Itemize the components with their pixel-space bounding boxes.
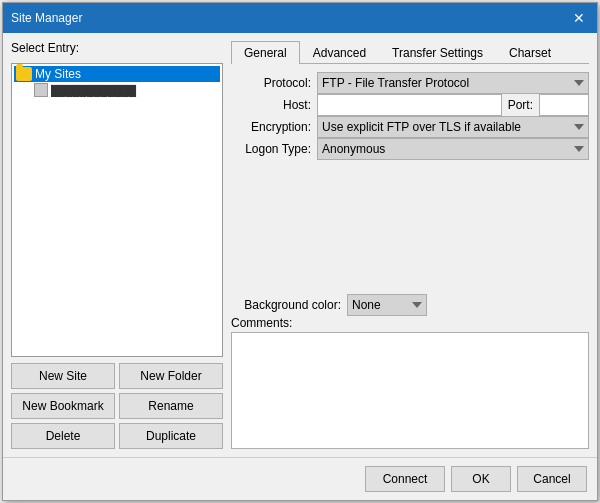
comments-label: Comments: — [231, 316, 292, 330]
dialog-title: Site Manager — [11, 11, 82, 25]
protocol-row: Protocol: FTP - File Transfer Protocol S… — [231, 72, 589, 94]
duplicate-button[interactable]: Duplicate — [119, 423, 223, 449]
left-panel: Select Entry: My Sites ████████████ N — [11, 41, 223, 449]
tree-view[interactable]: My Sites ████████████ — [11, 63, 223, 357]
tree-child-container: ████████████ — [32, 82, 220, 98]
bg-color-row: Background color: None Red Green Blue — [231, 294, 589, 316]
logon-type-label: Logon Type: — [231, 142, 311, 156]
spacer — [231, 160, 589, 294]
encryption-control: Use explicit FTP over TLS if available O… — [317, 116, 589, 138]
host-port-group: Port: — [317, 94, 589, 116]
tab-bar: General Advanced Transfer Settings Chars… — [231, 41, 589, 64]
dialog-body: Select Entry: My Sites ████████████ N — [3, 33, 597, 500]
bottom-bar: Connect OK Cancel — [3, 457, 597, 500]
host-input[interactable] — [317, 94, 502, 116]
close-button[interactable]: ✕ — [569, 8, 589, 28]
tab-charset[interactable]: Charset — [496, 41, 564, 64]
encryption-label: Encryption: — [231, 120, 311, 134]
protocol-dropdown[interactable]: FTP - File Transfer Protocol SFTP FTPS W… — [317, 72, 589, 94]
host-label: Host: — [231, 98, 311, 112]
new-bookmark-button[interactable]: New Bookmark — [11, 393, 115, 419]
comments-textarea[interactable] — [231, 332, 589, 450]
main-area: Select Entry: My Sites ████████████ N — [3, 33, 597, 457]
logon-type-dropdown[interactable]: Anonymous Normal Ask for password Intera… — [317, 138, 589, 160]
select-entry-label: Select Entry: — [11, 41, 223, 55]
tree-child-label: ████████████ — [51, 85, 131, 96]
left-button-group: New Site New Folder New Bookmark Rename … — [11, 363, 223, 449]
host-row: Host: Port: — [231, 94, 589, 116]
tab-general[interactable]: General — [231, 41, 300, 64]
comments-section: Comments: — [231, 316, 589, 450]
bg-color-label: Background color: — [231, 298, 341, 312]
new-folder-button[interactable]: New Folder — [119, 363, 223, 389]
delete-button[interactable]: Delete — [11, 423, 115, 449]
new-site-button[interactable]: New Site — [11, 363, 115, 389]
logon-type-control: Anonymous Normal Ask for password Intera… — [317, 138, 589, 160]
tree-child-item[interactable]: ████████████ — [32, 82, 220, 98]
rename-button[interactable]: Rename — [119, 393, 223, 419]
protocol-control: FTP - File Transfer Protocol SFTP FTPS W… — [317, 72, 589, 94]
form-wrapper: Protocol: FTP - File Transfer Protocol S… — [231, 72, 589, 449]
bg-color-dropdown[interactable]: None Red Green Blue — [347, 294, 427, 316]
folder-icon — [16, 67, 32, 81]
title-bar: Site Manager ✕ — [3, 3, 597, 33]
tree-root-label: My Sites — [35, 67, 81, 81]
site-manager-dialog: Site Manager ✕ Select Entry: My Sites ██… — [2, 2, 598, 501]
cancel-button[interactable]: Cancel — [517, 466, 587, 492]
tab-advanced[interactable]: Advanced — [300, 41, 379, 64]
connect-button[interactable]: Connect — [365, 466, 445, 492]
port-label: Port: — [508, 98, 533, 112]
port-input[interactable] — [539, 94, 589, 116]
protocol-label: Protocol: — [231, 76, 311, 90]
comments-label-row: Comments: — [231, 316, 589, 330]
encryption-row: Encryption: Use explicit FTP over TLS if… — [231, 116, 589, 138]
logon-type-row: Logon Type: Anonymous Normal Ask for pas… — [231, 138, 589, 160]
file-icon — [34, 83, 48, 97]
tab-transfer-settings[interactable]: Transfer Settings — [379, 41, 496, 64]
tree-root-item[interactable]: My Sites — [14, 66, 220, 82]
ok-button[interactable]: OK — [451, 466, 511, 492]
right-panel: General Advanced Transfer Settings Chars… — [231, 41, 589, 449]
encryption-dropdown[interactable]: Use explicit FTP over TLS if available O… — [317, 116, 589, 138]
